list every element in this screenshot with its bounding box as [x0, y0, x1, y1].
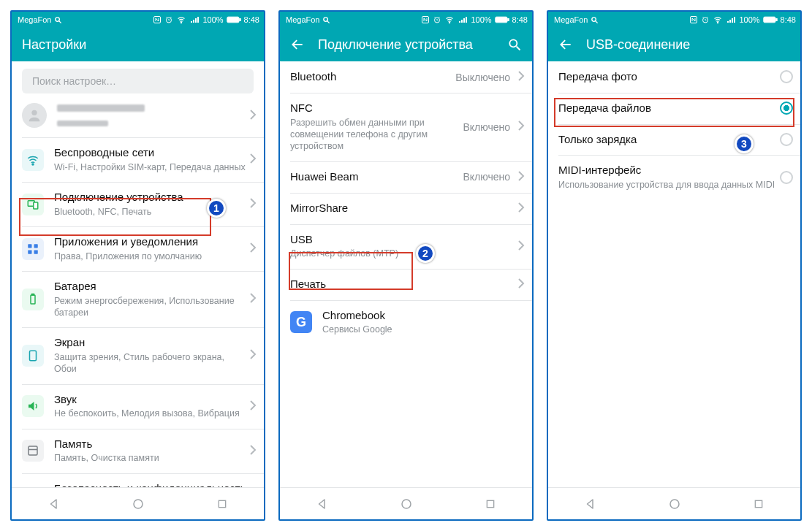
alarm-status-icon — [164, 15, 173, 24]
svg-rect-32 — [487, 500, 493, 507]
nav-home-icon[interactable] — [132, 497, 145, 511]
chevron-right-icon — [249, 242, 257, 256]
search-small-icon — [591, 16, 599, 24]
svg-rect-13 — [28, 250, 31, 253]
item-photo-transfer[interactable]: Передача фото — [548, 61, 800, 93]
item-mirrorshare[interactable]: MirrorShare — [280, 193, 532, 224]
nav-home-icon[interactable] — [668, 497, 681, 511]
nav-back-icon[interactable] — [316, 497, 329, 511]
chevron-right-icon — [517, 120, 525, 134]
item-bluetooth[interactable]: Bluetooth Выключено — [280, 61, 532, 93]
battery-pct: 100% — [202, 15, 223, 24]
nav-recent-icon[interactable] — [753, 498, 764, 510]
device-conn-list: Bluetooth Выключено NFC Разрешить обмен … — [280, 61, 532, 487]
page-title: Подключение устройства — [318, 37, 494, 53]
back-arrow-icon[interactable] — [290, 37, 305, 52]
row-sub: Права, Приложения по умолчанию — [54, 251, 246, 262]
item-chromebook[interactable]: G Chromebook Сервисы Google — [280, 300, 532, 345]
row-sub: Сервисы Google — [322, 324, 525, 335]
item-security[interactable]: Безопасность и конфиденциальность Датчик… — [12, 473, 264, 488]
wifi-icon — [22, 149, 44, 171]
search-small-icon — [322, 16, 330, 24]
row-sub: Память, Очистка памяти — [54, 452, 246, 464]
nav-back-icon[interactable] — [584, 497, 597, 511]
row-sub: Не беспокоить, Мелодия вызова, Вибрация — [54, 408, 246, 419]
battery-status-icon — [227, 16, 241, 23]
nav-recent-icon[interactable] — [485, 498, 496, 510]
chevron-right-icon — [249, 197, 257, 211]
chevron-right-icon — [517, 202, 525, 215]
svg-line-1 — [59, 20, 61, 23]
item-display[interactable]: Экран Защита зрения, Стиль рабочего экра… — [12, 327, 264, 383]
row-sub: Диспетчер файлов (MTP) — [290, 248, 515, 259]
clock: 8:48 — [512, 15, 528, 24]
header: Подключение устройства — [280, 28, 532, 61]
wifi-status-icon — [176, 15, 186, 24]
row-title: Батарея — [54, 280, 246, 294]
display-icon — [22, 345, 44, 367]
row-title: Передача файлов — [558, 102, 775, 115]
nav-home-icon[interactable] — [400, 497, 413, 511]
item-wireless[interactable]: Беспроводные сети Wi-Fi, Настройки SIM-к… — [12, 137, 264, 182]
row-value: Включено — [463, 171, 510, 183]
nav-bar — [548, 487, 800, 519]
nav-recent-icon[interactable] — [216, 498, 228, 510]
back-arrow-icon[interactable] — [558, 37, 573, 52]
carrier-label: MegaFon — [554, 15, 588, 24]
chevron-right-icon — [517, 278, 525, 291]
svg-point-20 — [134, 500, 143, 508]
signal-status-icon — [458, 15, 468, 24]
device-connection-icon — [22, 194, 44, 215]
row-title: Chromebook — [322, 309, 525, 323]
radio-icon — [780, 70, 793, 83]
clock: 8:48 — [781, 15, 796, 24]
screenshot-3: MegaFon 100% 8:48 USB-соединение Передач… — [547, 10, 802, 521]
row-sub: Разрешить обмен данными при совмещении т… — [290, 117, 463, 153]
row-title: Память — [54, 438, 246, 451]
item-charge-only[interactable]: Только зарядка — [548, 124, 800, 156]
item-midi[interactable]: MIDI-интерфейс Использование устройства … — [548, 155, 800, 199]
item-file-transfer[interactable]: Передача файлов — [548, 93, 800, 124]
item-device-connection[interactable]: Подключение устройства Bluetooth, NFC, П… — [12, 182, 264, 226]
avatar — [22, 103, 47, 128]
item-huawei-beam[interactable]: Huawei Beam Включено — [280, 161, 532, 193]
radio-icon — [780, 171, 793, 184]
alarm-status-icon — [701, 15, 710, 24]
nfc-status-icon — [689, 15, 698, 24]
wifi-status-icon — [713, 15, 723, 24]
settings-search-input[interactable]: Поиск настроек… — [22, 69, 254, 93]
item-battery[interactable]: Батарея Режим энергосбережения, Использо… — [12, 271, 264, 327]
item-apps[interactable]: Приложения и уведомления Права, Приложен… — [12, 226, 264, 271]
row-title: Беспроводные сети — [54, 146, 246, 160]
radio-icon — [780, 133, 793, 146]
signal-status-icon — [726, 15, 736, 24]
svg-rect-28 — [507, 18, 509, 20]
row-sub: Режим энергосбережения, Использование ба… — [54, 295, 246, 319]
svg-point-26 — [449, 22, 450, 23]
svg-rect-11 — [28, 244, 31, 248]
item-memory[interactable]: Память Память, Очистка памяти — [12, 429, 264, 473]
svg-point-40 — [670, 500, 679, 508]
svg-rect-27 — [495, 17, 506, 23]
item-usb[interactable]: USB Диспетчер файлов (MTP) — [280, 224, 532, 269]
row-value: Выключено — [455, 72, 510, 83]
item-print[interactable]: Печать — [280, 269, 532, 300]
chevron-right-icon — [517, 240, 525, 253]
screenshot-1: MegaFon 100% 8:48 Настройк — [10, 10, 265, 521]
item-nfc[interactable]: NFC Разрешить обмен данными при совмещен… — [280, 93, 532, 161]
row-title: MirrorShare — [290, 202, 515, 215]
row-title: Приложения и уведомления — [54, 235, 246, 249]
chevron-right-icon — [249, 400, 257, 413]
svg-point-22 — [324, 17, 328, 21]
row-title: USB — [290, 233, 515, 247]
row-sub: Wi-Fi, Настройки SIM-карт, Передача данн… — [54, 161, 246, 173]
chevron-right-icon — [249, 153, 257, 167]
chevron-right-icon — [249, 109, 257, 123]
nav-back-icon[interactable] — [48, 497, 61, 511]
row-sub: Защита зрения, Стиль рабочего экрана, Об… — [54, 351, 246, 375]
row-title: Печать — [290, 278, 515, 291]
profile-row[interactable] — [12, 93, 264, 137]
chevron-right-icon — [517, 70, 525, 84]
search-icon[interactable] — [507, 37, 522, 52]
item-sound[interactable]: Звук Не беспокоить, Мелодия вызова, Вибр… — [12, 384, 264, 429]
